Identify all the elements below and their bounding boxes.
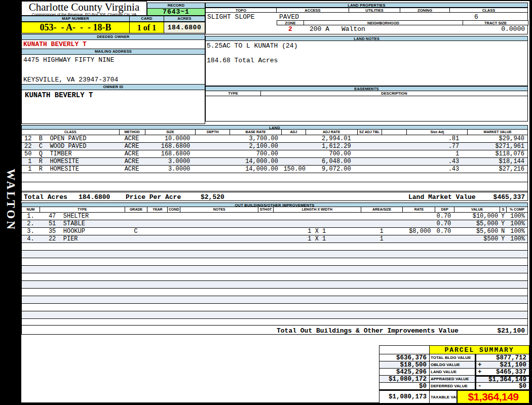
table-row: [22, 303, 527, 311]
cell: 3.0000: [145, 166, 196, 173]
tract-size-label: TRACT SIZE: [463, 20, 528, 25]
mailing-address-line1: 4475 HIGHWAY FIFTY NINE: [22, 55, 205, 64]
land-value: + $465,337: [475, 369, 529, 376]
land-value-label: LAND VALUE: [430, 369, 475, 376]
cell: 0.70: [435, 213, 454, 220]
county-title: Charlotte County Virginia: [22, 2, 146, 13]
cell: $18,144: [467, 158, 527, 165]
neighborhood-label: NEIGHBORHOOD: [304, 20, 463, 25]
cell: $118,076: [467, 151, 527, 157]
map-number-value: 053- - A- - - 18-B: [21, 22, 130, 33]
cell: 100%: [506, 213, 527, 220]
column-header: [382, 130, 407, 135]
zone-value: 2: [277, 25, 304, 33]
column-header: METHOD: [119, 130, 145, 135]
cell: ACRE: [119, 158, 145, 165]
cell: 50 Q TIMBER: [22, 151, 119, 157]
cell: 1: [406, 151, 467, 157]
cell: $500: [454, 236, 500, 242]
obldg-amount: $21,100: [500, 361, 526, 369]
prior-total-bldg-value: $636,376: [379, 354, 430, 361]
district-sidebar-label: WALTON: [4, 169, 17, 231]
price-per-acre-value: $2,520: [201, 193, 224, 201]
easements-title: EASEMENTS: [205, 86, 528, 91]
column-header: RATE: [402, 207, 435, 212]
cell: 4.: [22, 236, 40, 242]
cell: Y: [500, 236, 506, 242]
column-header: NOTES: [180, 207, 258, 212]
mailing-address-label: MAILING ADDRESS: [22, 49, 205, 55]
property-record-card: WALTON Charlotte County Virginia Commiss…: [0, 0, 532, 405]
cell: $8,000: [402, 228, 435, 235]
cell: 6,048.00: [306, 158, 357, 165]
cell: 2,100.00: [230, 143, 281, 150]
total-bldg-value: $877,712: [475, 354, 529, 361]
table-row: [22, 258, 527, 265]
cell: 1 X 1: [273, 236, 361, 242]
total-acres-value: 184.6800: [79, 193, 110, 201]
column-header: STHGT: [258, 207, 273, 212]
out-buildings-table: NUMTYPEGRADEYEARCONDNOTESSTHGTLENGTH X W…: [21, 207, 528, 334]
land-notes-title: LAND NOTES: [205, 36, 528, 41]
cell: $5,600: [454, 228, 500, 235]
map-card-acres-values: 053- - A- - - 18-B 1 of 1 184.6800: [21, 22, 205, 33]
column-header: DEP: [435, 207, 454, 212]
parcel-summary-row: $1,080,172 APPRAISED VALUE $1,364,149: [379, 376, 529, 383]
prior-land-value: $425,296: [379, 369, 430, 376]
plus-sign: +: [478, 369, 482, 376]
total-acres-label: Total Acres: [24, 193, 67, 201]
easement-type-label: TYPE: [205, 91, 261, 96]
table-row: [22, 311, 527, 318]
total-bldg-value-label: TOTAL BLDG VALUE: [430, 354, 475, 361]
column-header: COND: [167, 207, 180, 212]
cell: 12 B OPEN PAVED: [22, 136, 119, 142]
land-properties-headers: TOPO ACCESS UTILITIES ZONING CLASS: [205, 8, 528, 13]
access-value: PAVED: [279, 13, 299, 21]
column-header: MARKET VALUE: [467, 130, 527, 135]
zoning-label: ZONING: [400, 8, 450, 13]
acres-label: ACRES: [164, 16, 205, 22]
table-row: 12 B OPEN PAVEDACRE10.00003,700.002,994.…: [22, 135, 527, 142]
cell: $271,961: [467, 143, 527, 150]
cell: Y: [500, 213, 506, 220]
cell: 150.00: [281, 166, 306, 173]
column-header: Size Adj: [406, 130, 467, 135]
table-row: 1 R HOMESITEACRE3.000014,000.006,048.00.…: [22, 157, 527, 165]
column-header: ADJ RATE: [306, 130, 357, 135]
utilities-label: UTILITIES: [349, 8, 400, 13]
cell: 1: [361, 228, 403, 235]
cell: 35 HOOKUP: [40, 228, 125, 235]
parcel-summary-row: $18,500 OBLDG VALUE + $21,100: [379, 361, 529, 369]
neighborhood-name: Walton: [341, 25, 365, 33]
cell: 3.: [22, 228, 40, 235]
cell: .43: [406, 166, 467, 173]
cell: 1: [361, 236, 403, 242]
table-row: [22, 273, 527, 280]
deeded-owner-value: KUNATH BEVERLY T: [22, 40, 205, 49]
column-header: GRADE: [125, 207, 147, 212]
table-row: 4.22 PIER1 X 11$500Y100%: [22, 235, 527, 242]
map-card-acres-header: MAP NUMBER CARD ACRES: [21, 16, 205, 22]
table-header-row: CLASSMETHODSIZEDEPTHBASE RATEADJADJ RATE…: [22, 130, 527, 135]
column-header: BASE RATE: [230, 130, 281, 135]
cell: 3.0000: [145, 158, 196, 165]
land-market-value: $465,337: [493, 193, 525, 201]
table-row: [22, 280, 527, 288]
land-market-value-label: Land Market Value: [408, 193, 476, 201]
table-row: [22, 250, 527, 258]
class-label: CLASS: [450, 8, 528, 13]
prior-appraised-value: $1,080,172: [379, 376, 430, 383]
table-row: [22, 173, 527, 182]
minus-sign: -: [478, 383, 482, 390]
parcel-summary-empty-cell: [379, 345, 430, 354]
taxable-value: $1,364,149: [457, 390, 529, 403]
cell: 100%: [506, 228, 527, 235]
topo-label: TOPO: [205, 8, 277, 13]
land-notes-body: 5.25AC TO L KUNATH (24) 184.68 Total Acr…: [205, 41, 528, 86]
appraised-value-label: APPRAISED VALUE: [430, 376, 475, 383]
cell: 1,612.29: [306, 143, 357, 150]
table-row: 1.47 SHELTER0.70$10,000Y100%: [22, 212, 527, 220]
cell: N: [500, 228, 506, 235]
table-row: [22, 182, 527, 191]
card-label: CARD: [130, 16, 164, 22]
